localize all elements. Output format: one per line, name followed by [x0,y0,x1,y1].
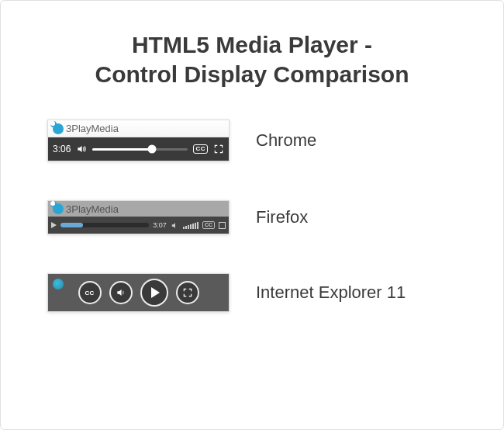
cc-label: CC [85,290,94,296]
firefox-control-bar: 3:07 CC [48,217,229,234]
volume-icon[interactable] [171,221,179,230]
captions-button[interactable]: CC [202,221,215,229]
browser-label: Internet Explorer 11 [256,283,406,303]
captions-button[interactable]: CC [78,281,102,304]
fullscreen-button[interactable] [176,281,199,304]
brand-prefix: 3Play [66,123,91,134]
page-title: HTML5 Media Player - Control Display Com… [1,1,503,104]
comparison-row-firefox: 3PlayMedia 3:07 CC Firefox [47,200,457,234]
ie-control-bar: CC [48,274,229,311]
time-display: 3:06 [53,144,71,154]
captions-button[interactable]: CC [193,144,208,154]
volume-slider[interactable] [92,148,188,151]
chrome-control-bar: 3:06 CC [48,137,229,161]
brand-logo-icon [53,203,64,214]
ie-player: CC [47,273,230,312]
expand-icon [182,287,193,298]
brand-suffix: Media [91,123,119,134]
brand-text: 3PlayMedia [66,123,119,134]
browser-label: Firefox [256,207,308,227]
browser-label: Chrome [256,130,316,151]
chrome-player: 3PlayMedia 3:06 CC [47,120,230,161]
fullscreen-icon[interactable] [213,144,224,154]
volume-thumb[interactable] [147,145,156,154]
title-line-2: Control Display Comparison [95,61,409,87]
brand-suffix: Media [91,203,119,215]
firefox-player: 3PlayMedia 3:07 CC [47,200,230,234]
comparison-row-chrome: 3PlayMedia 3:06 CC Chrome [47,120,457,161]
time-display: 3:07 [153,221,167,229]
title-line-1: HTML5 Media Player - [132,32,372,57]
comparison-list: 3PlayMedia 3:06 CC Chrome 3P [1,104,503,312]
brand-logo-icon [53,123,64,134]
volume-bars[interactable] [183,221,198,229]
brand-prefix: 3Play [66,203,91,215]
brand-strip: 3PlayMedia [48,201,229,217]
progress-slider[interactable] [60,223,149,227]
volume-icon[interactable] [76,144,87,154]
fullscreen-icon[interactable] [219,222,226,229]
play-icon[interactable] [51,222,57,228]
volume-button[interactable] [109,281,133,304]
brand-strip: 3PlayMedia [48,120,229,137]
play-button[interactable] [140,279,168,307]
play-icon [151,287,160,298]
brand-text: 3PlayMedia [66,203,119,215]
comparison-row-ie: CC Internet Explorer 11 [47,273,457,312]
